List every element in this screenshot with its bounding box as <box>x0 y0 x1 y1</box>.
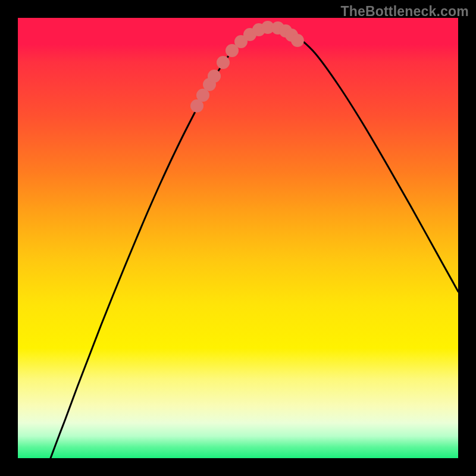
curve-svg <box>18 18 458 458</box>
plot-area <box>18 18 458 458</box>
marker-dots <box>190 21 304 112</box>
marker-dot <box>217 56 230 69</box>
watermark-text: TheBottleneck.com <box>340 4 469 20</box>
marker-dot <box>291 34 304 47</box>
bottleneck-curve <box>51 27 458 458</box>
chart-frame: TheBottleneck.com <box>0 0 476 476</box>
marker-dot <box>208 70 221 83</box>
